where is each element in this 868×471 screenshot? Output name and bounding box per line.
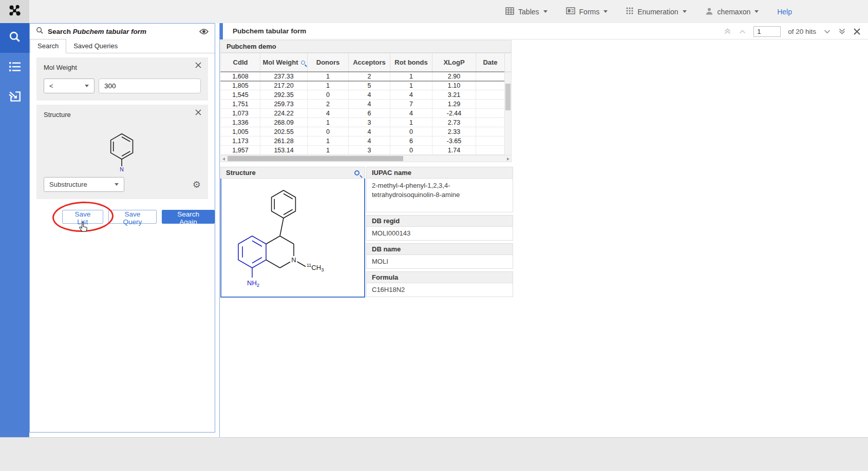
- vertical-scrollbar[interactable]: [504, 72, 512, 158]
- table-cell: [476, 109, 505, 118]
- tab-saved-queries[interactable]: Saved Queries: [66, 40, 125, 53]
- horizontal-scrollbar-thumb[interactable]: [228, 156, 403, 161]
- table-cell: 2: [308, 100, 349, 109]
- table-row[interactable]: 1,073224.22464-2.44: [221, 109, 505, 118]
- table-cell: 261.28: [260, 136, 308, 146]
- table-row[interactable]: 1,608237.331212.90: [221, 72, 505, 81]
- table-row[interactable]: 1,005202.550402.33: [221, 127, 505, 136]
- table-row[interactable]: 1,545292.350443.21: [221, 90, 505, 100]
- hit-number-input[interactable]: [753, 26, 781, 37]
- operator-select[interactable]: <: [44, 78, 95, 93]
- close-icon[interactable]: [853, 28, 861, 35]
- mol-weight-value-input[interactable]: [99, 78, 201, 93]
- column-header[interactable]: CdId: [221, 53, 260, 72]
- page-title: Pubchem tabular form: [233, 23, 306, 40]
- save-list-button[interactable]: Save List: [62, 210, 103, 224]
- query-structure-canvas[interactable]: N: [44, 124, 201, 175]
- results-header-row: CdIdMol WeightDonorsAcceptorsRot bondsXL…: [221, 53, 505, 72]
- search-type-select[interactable]: Substructure: [44, 177, 124, 192]
- table-cell: [476, 146, 505, 155]
- first-hit-button[interactable]: [724, 28, 731, 35]
- sidebar-item-export[interactable]: [0, 83, 29, 112]
- previous-hit-button[interactable]: [739, 29, 746, 34]
- gear-icon[interactable]: [193, 180, 201, 189]
- column-header[interactable]: Rot bonds: [390, 53, 432, 72]
- table-cell: 237.33: [260, 72, 308, 81]
- search-title-target: Pubchem tabular form: [73, 28, 146, 35]
- tab-search[interactable]: Search: [30, 39, 66, 53]
- field-value-db-name[interactable]: MOLI: [366, 255, 513, 269]
- column-search-icon[interactable]: [301, 61, 305, 65]
- user-icon: [705, 7, 713, 16]
- search-again-button[interactable]: Search Again: [162, 210, 215, 224]
- table-cell: [476, 118, 505, 127]
- table-cell: 6: [390, 136, 432, 146]
- table-cell: 1.74: [432, 146, 476, 155]
- structure-filter-footer: Substructure: [44, 177, 201, 192]
- last-hit-button[interactable]: [838, 28, 846, 35]
- table-cell: [476, 127, 505, 136]
- table-cell: 153.14: [260, 146, 308, 155]
- menu-enumeration[interactable]: Enumeration: [626, 7, 686, 16]
- sidebar-item-lists[interactable]: [0, 53, 29, 83]
- table-row[interactable]: 1,173261.28146-3.65: [221, 136, 505, 146]
- structure-filter-card: Structure N Substructure: [36, 105, 208, 199]
- table-cell: [476, 136, 505, 146]
- eye-icon[interactable]: [199, 28, 209, 35]
- column-header[interactable]: XLogP: [432, 53, 476, 72]
- next-hit-button[interactable]: [823, 29, 831, 34]
- chemaxon-logo[interactable]: [0, 0, 29, 23]
- table-cell: 0: [390, 127, 432, 136]
- column-header[interactable]: Donors: [308, 53, 349, 72]
- structure-search-icon[interactable]: [354, 170, 360, 175]
- main-panel-header: Pubchem tabular form of 20 hits: [220, 23, 868, 40]
- sidebar: [0, 23, 29, 437]
- chevron-down-icon: [683, 10, 687, 13]
- column-header[interactable]: Mol Weight: [260, 53, 308, 72]
- column-header[interactable]: Date: [476, 53, 505, 72]
- table-cell: 224.22: [260, 109, 308, 118]
- table-cell: 217.20: [260, 81, 308, 90]
- ring-nitrogen-label: N: [291, 256, 296, 264]
- horizontal-scrollbar[interactable]: [220, 155, 512, 162]
- table-row[interactable]: 1,957153.141301.74: [221, 146, 505, 155]
- table-cell: 1: [308, 146, 349, 155]
- menu-forms[interactable]: Forms: [566, 7, 608, 16]
- field-value-db-regid[interactable]: MOLI000143: [366, 227, 513, 241]
- save-query-button[interactable]: Save Query: [108, 210, 157, 224]
- remove-filter-icon[interactable]: [195, 109, 203, 117]
- menu-user[interactable]: chemaxon: [705, 7, 759, 16]
- table-cell: 1: [390, 118, 432, 127]
- table-row[interactable]: 1,805217.201511.10: [221, 81, 505, 90]
- mol-weight-filter-card: Mol Weight <: [36, 57, 208, 101]
- menu-tables[interactable]: Tables: [505, 7, 547, 16]
- search-title-prefix: Search: [48, 28, 71, 35]
- column-header[interactable]: Acceptors: [349, 53, 390, 72]
- topbar: Tables Forms Enumeration chemaxon Help: [0, 0, 868, 23]
- search-icon: [8, 30, 22, 46]
- chevron-down-icon: [603, 10, 608, 13]
- table-cell: -3.65: [432, 136, 476, 146]
- detail-fields: IUPAC name 2-methyl-4-phenyl-1,2,3,4-tet…: [366, 167, 513, 297]
- field-value-formula[interactable]: C16H18N2: [366, 283, 513, 297]
- sidebar-item-search[interactable]: [0, 23, 29, 53]
- scroll-right-icon[interactable]: [507, 158, 510, 161]
- search-panel-header: Search Pubchem tabular form: [30, 24, 215, 40]
- table-cell: 4: [390, 90, 432, 100]
- search-icon: [36, 27, 44, 36]
- help-link[interactable]: Help: [777, 8, 792, 16]
- scroll-left-icon[interactable]: [222, 158, 225, 161]
- search-actions: Save List Save Query Search Again: [62, 210, 215, 224]
- grid-title: Pubchem demo: [220, 40, 512, 53]
- field-value-iupac-name[interactable]: 2-methyl-4-phenyl-1,2,3,4-tetrahydroisoq…: [366, 179, 513, 212]
- remove-filter-icon[interactable]: [195, 62, 203, 70]
- table-row[interactable]: 1,751259.732471.29: [221, 100, 505, 109]
- table-cell: 2.33: [432, 127, 476, 136]
- vertical-scrollbar-thumb[interactable]: [505, 84, 511, 110]
- menu-enumeration-label: Enumeration: [637, 8, 678, 16]
- table-cell: 202.55: [260, 127, 308, 136]
- hit-structure-canvas[interactable]: N 11CH3 NH2: [220, 179, 365, 298]
- table-cell: 1,073: [221, 109, 260, 118]
- table-row[interactable]: 1,336268.091312.73: [221, 118, 505, 127]
- chevron-down-icon: [754, 10, 759, 13]
